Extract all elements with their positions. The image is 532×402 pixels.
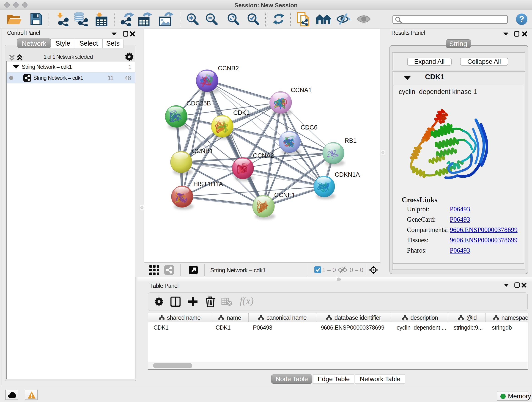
svg-text:RB1: RB1 bbox=[345, 137, 357, 144]
svg-text:HIST1H1A: HIST1H1A bbox=[193, 181, 223, 187]
svg-text:CCNB1: CCNB1 bbox=[192, 148, 213, 154]
svg-text:CCNE1: CCNE1 bbox=[274, 191, 295, 198]
svg-text:CDC25B: CDC25B bbox=[186, 100, 211, 107]
svg-text:CCNB2: CCNB2 bbox=[218, 65, 239, 72]
svg-text:CCNA1: CCNA1 bbox=[291, 87, 312, 94]
svg-text:CCNA2: CCNA2 bbox=[253, 152, 274, 159]
svg-text:CDC6: CDC6 bbox=[301, 124, 317, 131]
svg-text:CDK1: CDK1 bbox=[233, 109, 250, 116]
svg-text:CDKN1A: CDKN1A bbox=[335, 171, 360, 178]
